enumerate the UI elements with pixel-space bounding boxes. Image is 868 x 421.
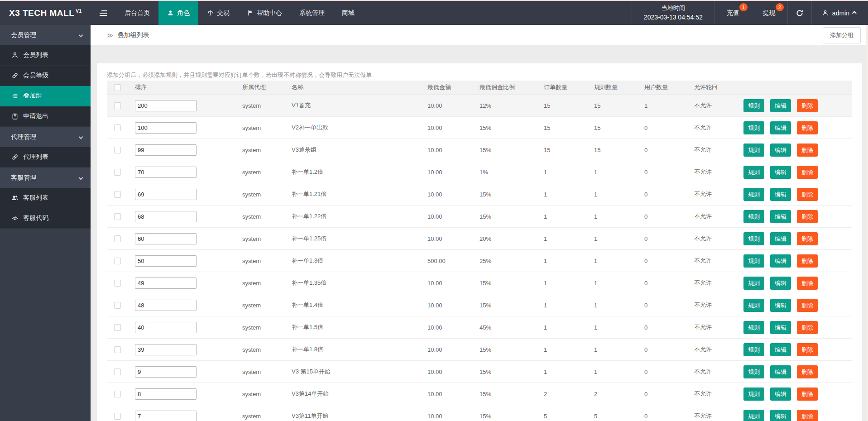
sidebar-item[interactable]: 叠加组 <box>0 86 91 106</box>
delete-button[interactable]: 删除 <box>797 99 818 112</box>
sort-input[interactable] <box>135 277 197 289</box>
edit-button[interactable]: 编辑 <box>770 210 791 223</box>
edit-button[interactable]: 编辑 <box>770 321 791 334</box>
row-checkbox[interactable] <box>114 191 121 198</box>
scrollbar[interactable] <box>866 25 868 421</box>
add-group-button[interactable]: 添加分组 <box>823 27 861 43</box>
nav-item[interactable]: 后台首页 <box>116 1 158 25</box>
withdraw-button[interactable]: 提现 2 <box>751 1 787 25</box>
delete-button[interactable]: 删除 <box>797 277 818 290</box>
row-checkbox[interactable] <box>114 413 121 420</box>
sort-input[interactable] <box>135 100 197 111</box>
sort-input[interactable] <box>135 344 197 355</box>
nav-item[interactable]: 交易 <box>198 1 238 25</box>
edit-button[interactable]: 编辑 <box>770 277 791 290</box>
rule-button[interactable]: 规则 <box>743 343 764 356</box>
sidebar-item[interactable]: 客服列表 <box>0 188 91 208</box>
rule-button[interactable]: 规则 <box>743 188 764 201</box>
edit-button[interactable]: 编辑 <box>770 166 791 179</box>
sidebar-item[interactable]: 会员等级 <box>0 66 91 86</box>
row-checkbox[interactable] <box>114 280 121 287</box>
rule-button[interactable]: 规则 <box>743 299 764 312</box>
sidebar-item[interactable]: 代理管理 <box>0 127 91 147</box>
rule-button[interactable]: 规则 <box>743 254 764 268</box>
rule-button[interactable]: 规则 <box>743 388 764 401</box>
edit-button[interactable]: 编辑 <box>770 299 791 312</box>
delete-button[interactable]: 删除 <box>797 232 818 245</box>
sidebar-item[interactable]: 客服管理 <box>0 167 91 188</box>
delete-button[interactable]: 删除 <box>797 188 818 201</box>
rule-button[interactable]: 规则 <box>743 365 764 378</box>
sidebar-item[interactable]: 代理列表 <box>0 147 91 167</box>
rule-button[interactable]: 规则 <box>743 410 764 421</box>
edit-button[interactable]: 编辑 <box>770 188 791 201</box>
row-checkbox[interactable] <box>114 213 121 220</box>
row-checkbox[interactable] <box>114 368 121 375</box>
edit-button[interactable]: 编辑 <box>770 343 791 356</box>
row-checkbox[interactable] <box>114 391 121 397</box>
rule-button[interactable]: 规则 <box>743 210 764 223</box>
edit-button[interactable]: 编辑 <box>770 144 791 157</box>
sort-input[interactable] <box>135 189 197 200</box>
row-checkbox[interactable] <box>114 346 121 353</box>
rule-button[interactable]: 规则 <box>743 99 764 112</box>
sort-input[interactable] <box>135 300 197 311</box>
user-menu[interactable]: admin <box>812 1 868 25</box>
edit-button[interactable]: 编辑 <box>770 232 791 245</box>
nav-item[interactable]: 商城 <box>333 1 363 25</box>
delete-button[interactable]: 删除 <box>797 144 818 157</box>
sort-input[interactable] <box>135 322 197 333</box>
edit-button[interactable]: 编辑 <box>770 388 791 401</box>
edit-button[interactable]: 编辑 <box>770 254 791 268</box>
sidebar-item[interactable]: 申请退出 <box>0 106 91 127</box>
recharge-button[interactable]: 充值 1 <box>715 1 751 25</box>
nav-item[interactable]: 角色 <box>158 1 198 25</box>
edit-button[interactable]: 编辑 <box>770 99 791 112</box>
refresh-button[interactable] <box>788 1 811 25</box>
delete-button[interactable]: 删除 <box>797 299 818 312</box>
rule-button[interactable]: 规则 <box>743 144 764 157</box>
sort-input[interactable] <box>135 167 197 178</box>
sort-input[interactable] <box>135 366 197 378</box>
row-checkbox[interactable] <box>114 169 121 176</box>
edit-button[interactable]: 编辑 <box>770 410 791 421</box>
sidebar-item[interactable]: 会员列表 <box>0 45 91 66</box>
delete-button[interactable]: 删除 <box>797 210 818 223</box>
row-checkbox[interactable] <box>114 302 121 309</box>
row-checkbox[interactable] <box>114 147 121 153</box>
sort-input[interactable] <box>135 388 197 400</box>
delete-button[interactable]: 删除 <box>797 121 818 134</box>
edit-button[interactable]: 编辑 <box>770 121 791 134</box>
rule-button[interactable]: 规则 <box>743 277 764 290</box>
sidebar-item[interactable]: </> 客服代码 <box>0 208 91 229</box>
nav-item[interactable]: 帮助中心 <box>238 1 291 25</box>
delete-button[interactable]: 删除 <box>797 365 818 378</box>
select-all-checkbox[interactable] <box>114 84 121 91</box>
sort-input[interactable] <box>135 211 197 222</box>
rule-button[interactable]: 规则 <box>743 166 764 179</box>
delete-button[interactable]: 删除 <box>797 388 818 401</box>
row-checkbox[interactable] <box>114 324 121 331</box>
delete-button[interactable]: 删除 <box>797 343 818 356</box>
sort-input[interactable] <box>135 255 197 267</box>
row-checkbox[interactable] <box>114 235 121 242</box>
row-checkbox[interactable] <box>114 258 121 264</box>
rule-button[interactable]: 规则 <box>743 121 764 134</box>
nav-item[interactable]: 系统管理 <box>291 1 333 25</box>
rule-button[interactable]: 规则 <box>743 232 764 245</box>
sort-input[interactable] <box>135 411 197 421</box>
hamburger-icon[interactable] <box>91 1 116 25</box>
row-checkbox[interactable] <box>114 102 121 109</box>
rule-button[interactable]: 规则 <box>743 321 764 334</box>
delete-button[interactable]: 删除 <box>797 166 818 179</box>
cell-min-amount: 10.00 <box>427 147 480 153</box>
delete-button[interactable]: 删除 <box>797 254 818 268</box>
sort-input[interactable] <box>135 122 197 134</box>
edit-button[interactable]: 编辑 <box>770 365 791 378</box>
sort-input[interactable] <box>135 233 197 244</box>
row-checkbox[interactable] <box>114 124 121 131</box>
delete-button[interactable]: 删除 <box>797 410 818 421</box>
delete-button[interactable]: 删除 <box>797 321 818 334</box>
sort-input[interactable] <box>135 144 197 156</box>
sidebar-item[interactable]: 会员管理 <box>0 25 91 45</box>
